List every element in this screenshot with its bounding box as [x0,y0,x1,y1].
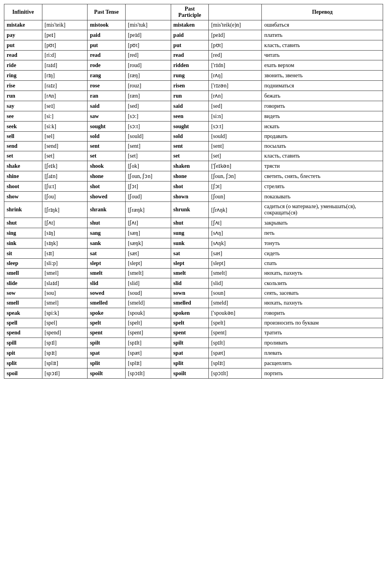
cell-trans: посылать [262,142,383,151]
cell-pron1: [rɪŋ] [42,71,88,81]
cell-pron1: [sɪt] [42,249,88,259]
cell-pron1: [ʃrɪŋk] [42,202,88,218]
header-infinitive: Infinitive [4,4,42,20]
cell-pp: sat [171,249,209,259]
header-past: Past Tense [88,4,126,20]
cell-pron2: [splɪt] [125,358,171,368]
cell-pron2: [spɪlt] [125,338,171,348]
cell-pron1: [sou] [42,289,88,298]
cell-trans: садиться (о материале), уменьшать(ся), с… [262,202,383,218]
cell-past: sent [88,142,126,151]
cell-past: shot [88,181,126,192]
header-pron1 [42,4,88,20]
cell-pron3: [red] [209,51,262,60]
cell-inf: show [4,192,42,202]
cell-pron3: ['rɪdn] [209,60,262,71]
table-row: send[send]sent[sent]sent[sent]посылать [4,142,383,151]
cell-past: split [88,358,126,368]
cell-pron3: [sould] [209,132,262,142]
cell-pron1: [si:k] [42,122,88,132]
cell-trans: скользить [262,278,383,289]
cell-pp: mistaken [171,20,209,30]
cell-pron2: [ʃʌt] [125,218,171,228]
cell-pron2: [slid] [125,278,171,289]
cell-pron1: [spel] [42,318,88,328]
header-pron3 [209,4,262,20]
cell-pron2: [spouk] [125,308,171,318]
cell-inf: read [4,51,42,60]
cell-inf: run [4,91,42,101]
table-row: spoil[spɔɪl]spoilt[spɔɪlt]spoilt[spɔɪlt]… [4,368,383,379]
cell-pp: said [171,101,209,111]
cell-pron1: [seɪ] [42,101,88,111]
cell-trans: тратить [262,328,383,338]
cell-pp: read [171,51,209,60]
table-row: set[set]set[set]set[set]класть, ставить [4,151,383,161]
table-row: spill[spɪl]spilt[spɪlt]spilt[spɪlt]проли… [4,338,383,348]
cell-pron2: [sed] [125,101,171,111]
cell-pp: split [171,358,209,368]
cell-pron1: [sɪŋk] [42,238,88,249]
cell-inf: ride [4,60,42,71]
cell-past: slept [88,259,126,269]
cell-inf: seek [4,122,42,132]
cell-pron1: [send] [42,142,88,151]
cell-trans: ехать верхом [262,60,383,71]
cell-pron1: [spɪt] [42,348,88,358]
cell-pron3: [si:n] [209,111,262,122]
cell-pron1: [spi:k] [42,308,88,318]
cell-trans: спать [262,259,383,269]
cell-pp: slid [171,278,209,289]
cell-pron3: [smelt] [209,269,262,278]
cell-trans: бежать [262,91,383,101]
cell-pron3: [sed] [209,101,262,111]
cell-trans: петь [262,228,383,238]
table-row: slide[slaɪd]slid[slid]slid[slid]скользит… [4,278,383,289]
table-row: spell[spel]spelt[spelt]spelt[spelt]произ… [4,318,383,328]
table-row: rise[raɪz]rose[rouz]risen['rɪzən]поднима… [4,81,383,91]
cell-inf: say [4,101,42,111]
cell-pron2: [peɪd] [125,30,171,40]
cell-inf: shut [4,218,42,228]
cell-pron3: [set] [209,151,262,161]
cell-inf: spoil [4,368,42,379]
cell-past: sought [88,122,126,132]
table-row: run[rʌn]ran[ræn]run[rʌn]бежать [4,91,383,101]
table-row: ride[raɪd]rode[roud]ridden['rɪdn]ехать в… [4,60,383,71]
cell-pp: paid [171,30,209,40]
cell-pron1: [ʃu:t] [42,181,88,192]
cell-trans: подниматься [262,81,383,91]
cell-inf: spill [4,338,42,348]
cell-inf: send [4,142,42,151]
cell-inf: speak [4,308,42,318]
cell-pron1: [sel] [42,132,88,142]
cell-pron2: [ʃræŋk] [125,202,171,218]
cell-past: shone [88,171,126,181]
cell-pron3: [spelt] [209,318,262,328]
cell-inf: smell [4,269,42,278]
cell-inf: sing [4,228,42,238]
cell-pron1: [smel] [42,298,88,308]
cell-inf: shrink [4,202,42,218]
cell-pron3: [ʃoun, ʃɔn] [209,171,262,181]
cell-past: saw [88,111,126,122]
cell-inf: mistake [4,20,42,30]
cell-pp: smelled [171,298,209,308]
cell-pp: spent [171,328,209,338]
cell-past: shrank [88,202,126,218]
cell-pron3: [splɪt] [209,358,262,368]
cell-past: spent [88,328,126,338]
table-row: sit[sɪt]sat[sæt]sat[sæt]сидеть [4,249,383,259]
cell-pron3: ['spoukən] [209,308,262,318]
cell-past: set [88,151,126,161]
cell-pron2: [pʊt] [125,40,171,51]
table-row: mistake[mis'teik]mistook[mis'tuk]mistake… [4,20,383,30]
cell-pron1: [raɪd] [42,60,88,71]
header-trans: Перевод [262,4,383,20]
cell-past: sat [88,249,126,259]
table-row: sell[sel]sold[sould]sold[sould]продавать [4,132,383,142]
cell-pron1: [rʌn] [42,91,88,101]
cell-pron3: [sʌŋ] [209,228,262,238]
cell-pron1: [smel] [42,269,88,278]
cell-pron2: [spelt] [125,318,171,328]
